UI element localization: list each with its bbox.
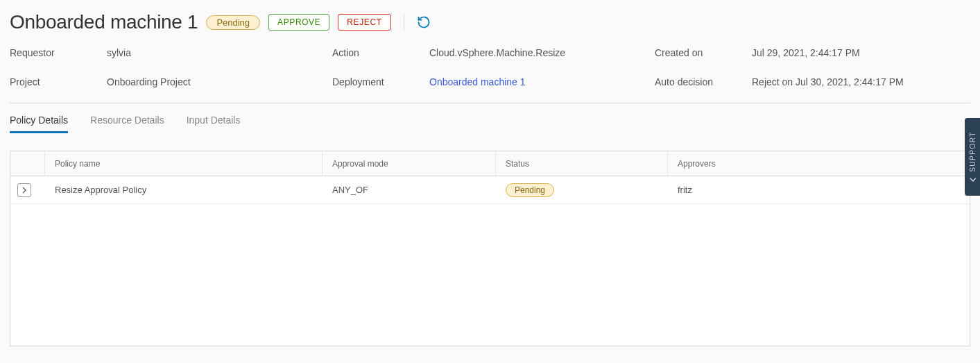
cell-name: Resize Approval Policy bbox=[45, 185, 323, 195]
autodecision-label: Auto decision bbox=[655, 76, 752, 87]
tab-policy-details[interactable]: Policy Details bbox=[10, 110, 68, 133]
created-value: Jul 29, 2021, 2:44:17 PM bbox=[752, 47, 970, 58]
deployment-link[interactable]: Onboarded machine 1 bbox=[429, 76, 655, 87]
tabs: Policy Details Resource Details Input De… bbox=[10, 110, 970, 134]
page-title: Onboarded machine 1 bbox=[10, 11, 198, 33]
support-label: SUPPORT bbox=[969, 131, 977, 172]
action-label: Action bbox=[332, 47, 429, 58]
chevron-right-icon bbox=[21, 187, 28, 194]
col-header-mode[interactable]: Approval mode bbox=[323, 151, 496, 176]
created-label: Created on bbox=[655, 47, 752, 58]
reject-button[interactable]: REJECT bbox=[338, 14, 390, 31]
project-value: Onboarding Project bbox=[107, 76, 332, 87]
tab-input-details[interactable]: Input Details bbox=[187, 110, 241, 133]
policy-table: Policy name Approval mode Status Approve… bbox=[10, 151, 970, 346]
autodecision-value: Reject on Jul 30, 2021, 2:44:17 PM bbox=[752, 76, 970, 87]
col-header-name[interactable]: Policy name bbox=[45, 151, 323, 176]
details-grid: Requestor sylvia Action Cloud.vSphere.Ma… bbox=[10, 47, 970, 87]
col-expand bbox=[10, 151, 45, 176]
horizontal-scrollbar[interactable] bbox=[10, 353, 970, 363]
divider bbox=[404, 15, 404, 30]
support-tab[interactable]: SUPPORT bbox=[965, 118, 980, 196]
chevron-up-icon bbox=[969, 176, 976, 183]
requestor-value: sylvia bbox=[107, 47, 332, 58]
cell-approvers: fritz bbox=[668, 185, 970, 195]
header-row: Onboarded machine 1 Pending APPROVE REJE… bbox=[10, 11, 970, 33]
project-label: Project bbox=[10, 76, 107, 87]
requestor-label: Requestor bbox=[10, 47, 107, 58]
status-badge: Pending bbox=[206, 15, 260, 30]
expand-row-button[interactable] bbox=[17, 183, 31, 197]
table-header: Policy name Approval mode Status Approve… bbox=[10, 151, 970, 176]
approve-button[interactable]: APPROVE bbox=[268, 14, 329, 31]
cell-mode: ANY_OF bbox=[323, 185, 496, 195]
refresh-icon[interactable] bbox=[417, 15, 431, 29]
col-header-approvers[interactable]: Approvers bbox=[668, 151, 970, 176]
table-row: Resize Approval Policy ANY_OF Pending fr… bbox=[10, 176, 970, 204]
divider bbox=[10, 103, 970, 103]
action-value: Cloud.vSphere.Machine.Resize bbox=[429, 47, 655, 58]
tab-resource-details[interactable]: Resource Details bbox=[90, 110, 164, 133]
cell-status-badge: Pending bbox=[506, 183, 554, 197]
deployment-label: Deployment bbox=[332, 76, 429, 87]
col-header-status[interactable]: Status bbox=[496, 151, 668, 176]
